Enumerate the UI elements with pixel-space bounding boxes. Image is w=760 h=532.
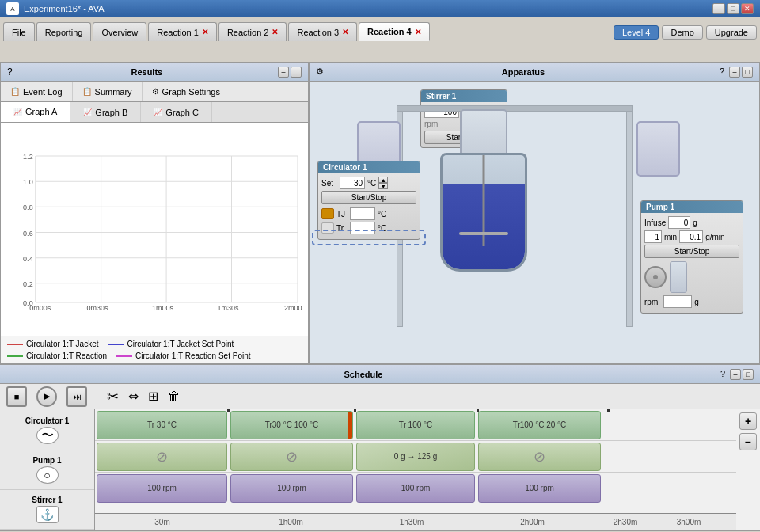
apparatus-header: ⚙ Apparatus ? – □	[310, 63, 759, 82]
summary-tab[interactable]: 📋 Summary	[73, 82, 142, 101]
results-header: ? Results – □	[1, 63, 308, 82]
question-icon[interactable]: ?	[7, 66, 13, 78]
timeline-area: Tr 30 °C Tr30 °C 100 °C Tr 100 °C Tr100 …	[95, 409, 736, 530]
schedule-labels: Circulator 1 〜 Pump 1 ○ Stirrer 1 ⚓	[0, 409, 95, 530]
apparatus-minimize-button[interactable]: –	[729, 66, 740, 78]
svg-text:1m00s: 1m00s	[152, 304, 174, 312]
circulator-label-text: Circulator 1	[25, 416, 70, 425]
svg-text:0.4: 0.4	[23, 255, 33, 263]
pump-icon: ○	[36, 466, 59, 484]
schedule-minimize-button[interactable]: –	[730, 369, 741, 380]
pump-time-unit: min	[664, 233, 677, 241]
circ-seg-4[interactable]: Tr100 °C 20 °C	[478, 411, 601, 439]
graph-settings-tab[interactable]: ⚙ Graph Settings	[142, 82, 230, 101]
circulator-set-input[interactable]	[340, 177, 365, 189]
pump-seg-1[interactable]: ⊘	[97, 443, 227, 471]
pump-infuse-input[interactable]	[668, 216, 690, 229]
legend-item-3: Circulator 1:T Reaction	[7, 352, 107, 360]
circulator-temp-unit: °C	[367, 179, 376, 188]
stirrer-seg-2[interactable]: 100 rpm	[230, 474, 353, 503]
cut-icon[interactable]: ✂	[107, 388, 119, 405]
toolbar-separator-1	[97, 389, 97, 405]
graph-tabs: 📈 Graph A 📈 Graph B 📈 Graph C	[1, 102, 308, 123]
pump-seg-3[interactable]: 0 g → 125 g	[356, 443, 475, 471]
tab-file[interactable]: File	[3, 22, 35, 41]
remove-segment-button[interactable]: –	[739, 433, 757, 450]
copy-icon[interactable]: ⊞	[148, 389, 158, 404]
schedule-help-icon[interactable]: ?	[720, 369, 725, 380]
maximize-button[interactable]: □	[727, 3, 739, 14]
play-button[interactable]: ▶	[36, 386, 57, 407]
tab-overview[interactable]: Overview	[93, 22, 146, 41]
apparatus-title: Apparatus	[327, 67, 720, 77]
delete-icon[interactable]: 🗑	[168, 390, 180, 404]
chart-svg: 1.2 1.0 0.8 0.6 0.4 0.2 0.0	[7, 129, 302, 329]
pump-rate-input[interactable]	[679, 230, 703, 243]
pump-timeline-row: ⊘ ⊘ 0 g → 125 g ⊘	[95, 441, 736, 473]
minimize-panel-button[interactable]: –	[278, 66, 289, 78]
stirrer-title: Stirrer 1	[421, 90, 507, 102]
circulator-start-stop-button[interactable]: Start/Stop	[321, 191, 416, 204]
circulator-set-up[interactable]: ▲	[378, 177, 388, 183]
tab-reaction1[interactable]: Reaction 1 ✕	[148, 22, 217, 41]
demo-button[interactable]: Demo	[662, 25, 702, 40]
chart-legend: Circulator 1:T Jacket Circulator 1:T Jac…	[1, 336, 308, 363]
add-segment-button[interactable]: +	[739, 412, 757, 430]
circ-seg-3[interactable]: Tr 100 °C	[356, 411, 475, 439]
stirrer-timeline-row: 100 rpm 100 rpm 100 rpm 100 rpm	[95, 473, 736, 504]
event-log-tab[interactable]: 📋 Event Log	[1, 82, 73, 101]
minimize-button[interactable]: –	[712, 3, 725, 14]
pump-control: Pump 1 Infuse g min g/min Start/Stop	[640, 200, 743, 314]
graph-c-tab[interactable]: 📈 Graph C	[141, 102, 212, 122]
tab-reaction4[interactable]: Reaction 4 ✕	[359, 22, 430, 41]
pump-time-input[interactable]	[644, 230, 662, 243]
pump-seg-2[interactable]: ⊘	[230, 443, 353, 471]
circulator-set-down[interactable]: ▼	[378, 183, 388, 189]
stirrer-seg-3[interactable]: 100 rpm	[356, 474, 475, 503]
svg-text:0.2: 0.2	[23, 280, 33, 288]
circulator-icon: 〜	[36, 427, 59, 444]
pump-rate-unit: g/min	[705, 233, 724, 241]
pump-weight-unit: g	[694, 298, 699, 306]
circulator-tj-indicator	[321, 208, 334, 219]
skip-button[interactable]: ⏭	[66, 386, 87, 407]
stirrer-seg-4[interactable]: 100 rpm	[478, 474, 601, 503]
stirrer-seg-1[interactable]: 100 rpm	[97, 474, 227, 503]
results-sub-tabs: 📋 Event Log 📋 Summary ⚙ Graph Settings	[1, 82, 308, 102]
apparatus-maximize-button[interactable]: □	[742, 66, 753, 78]
pump-seg-4[interactable]: ⊘	[478, 443, 601, 471]
axis-label-1h00m: 1h00m	[230, 518, 352, 526]
svg-text:2m00s: 2m00s	[284, 304, 302, 312]
svg-text:0m30s: 0m30s	[87, 304, 109, 312]
tab-reaction3[interactable]: Reaction 3 ✕	[288, 22, 357, 41]
circulator-timeline-row: Tr 30 °C Tr30 °C 100 °C Tr 100 °C Tr100 …	[95, 409, 736, 441]
adjust-icon[interactable]: ⇔	[128, 389, 139, 404]
circulator-control: Circulator 1 Set °C ▲ ▼ Start/Stop TJ °C	[317, 161, 420, 240]
upgrade-button[interactable]: Upgrade	[706, 25, 757, 40]
apparatus-panel: ⚙ Apparatus ? – □ Stirrer 1 rpm ▲ ▼	[309, 62, 760, 364]
stop-button[interactable]: ■	[6, 386, 27, 407]
tab-reaction2[interactable]: Reaction 2 ✕	[218, 22, 287, 41]
schedule-maximize-button[interactable]: □	[743, 369, 754, 380]
schedule-content: Circulator 1 〜 Pump 1 ○ Stirrer 1 ⚓	[0, 409, 760, 530]
circulator-set-spinners: ▲ ▼	[378, 177, 388, 189]
svg-text:0.8: 0.8	[23, 203, 33, 211]
reactor-vessel	[440, 153, 527, 272]
apparatus-help-icon[interactable]: ?	[720, 66, 724, 78]
circ-seg-1[interactable]: Tr 30 °C	[97, 411, 227, 439]
close-button[interactable]: ✕	[741, 3, 754, 14]
axis-label-3h00m: 3h00m	[657, 518, 720, 526]
pump-rpm-input[interactable]	[663, 295, 692, 308]
tab-reporting[interactable]: Reporting	[36, 22, 92, 41]
maximize-panel-button[interactable]: □	[291, 66, 302, 78]
graph-a-tab[interactable]: 📈 Graph A	[1, 102, 70, 122]
circulator-tj-input[interactable]	[350, 207, 375, 220]
apparatus-gear-icon: ⚙	[316, 66, 324, 77]
graph-b-tab[interactable]: 📈 Graph B	[70, 102, 141, 122]
level-button[interactable]: Level 4	[614, 25, 659, 40]
pump-start-stop-button[interactable]: Start/Stop	[644, 245, 739, 258]
schedule-header: Schedule ? – □	[0, 365, 760, 384]
flask-right	[636, 121, 680, 177]
circ-seg-2[interactable]: Tr30 °C 100 °C	[230, 411, 353, 439]
title-bar: A Experiment16* - AVA – □ ✕	[0, 0, 760, 17]
